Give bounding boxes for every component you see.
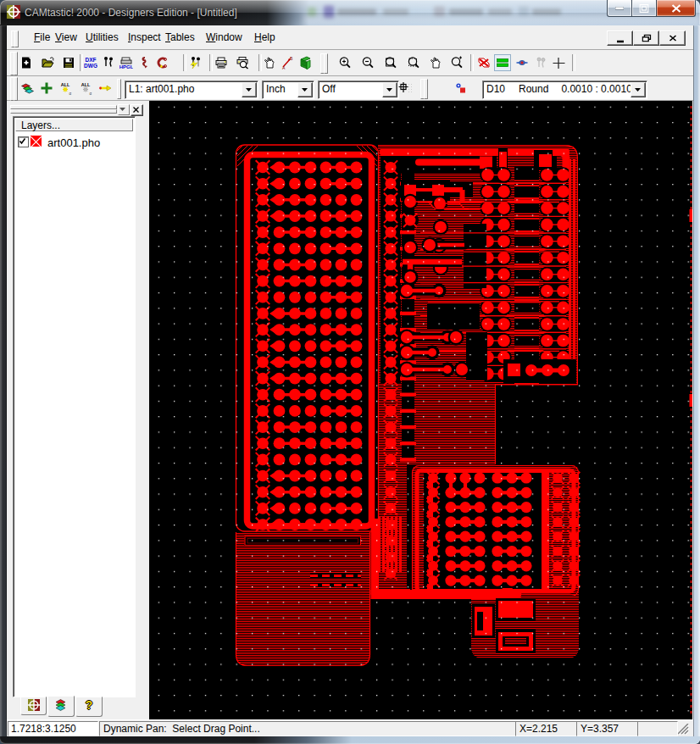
svg-text:α: α [90,92,92,96]
svg-text:α: α [69,92,72,96]
svg-text:DWG: DWG [84,63,97,69]
svg-text:ALL: ALL [81,82,91,87]
svg-text:B: B [290,56,293,61]
svg-text:ALL: ALL [61,82,70,87]
svg-text:DXF: DXF [86,57,97,63]
svg-text:HPGL: HPGL [119,64,133,69]
